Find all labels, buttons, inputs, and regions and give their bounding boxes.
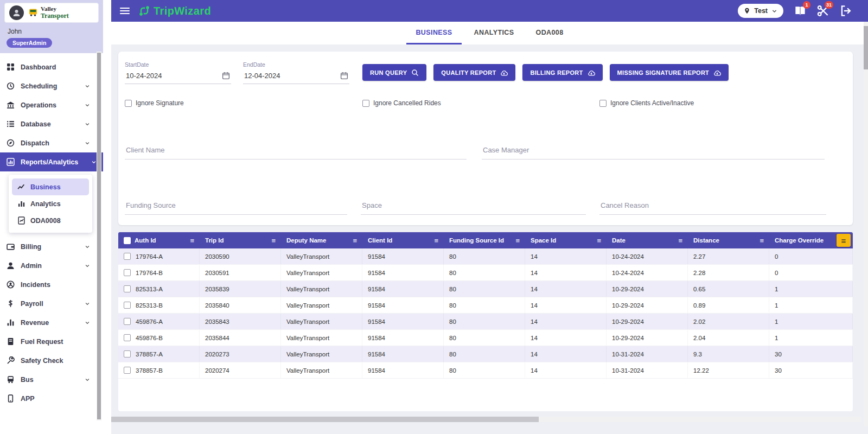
row-checkbox[interactable] bbox=[124, 285, 131, 292]
column-drag-icon[interactable]: ≡ bbox=[190, 237, 194, 245]
column-drag-icon[interactable]: ≡ bbox=[271, 237, 276, 245]
submenu-item-business[interactable]: Business bbox=[12, 178, 89, 195]
column-drag-icon[interactable]: ≡ bbox=[434, 237, 438, 245]
sidebar-item-label: Payroll bbox=[21, 300, 79, 308]
column-header-space-id[interactable]: Space Id≡ bbox=[525, 232, 607, 248]
cell-space-id: 14 bbox=[525, 330, 607, 346]
client-name-input[interactable]: Client Name bbox=[125, 145, 467, 159]
column-drag-icon[interactable]: ≡ bbox=[678, 237, 682, 245]
column-drag-icon[interactable]: ≡ bbox=[515, 237, 520, 245]
environment-select[interactable]: Test bbox=[738, 4, 783, 18]
sidebar-item-payroll[interactable]: Payroll bbox=[0, 294, 97, 313]
submenu-item-oda0008[interactable]: ODA0008 bbox=[12, 212, 89, 229]
hamburger-menu-icon[interactable] bbox=[120, 7, 130, 15]
sidebar-item-fuel-request[interactable]: Fuel Request bbox=[0, 332, 97, 351]
sidebar-item-admin[interactable]: Admin bbox=[0, 256, 97, 275]
funding-source-select[interactable]: Funding Source bbox=[125, 200, 347, 215]
column-drag-icon[interactable]: ≡ bbox=[597, 237, 601, 245]
ignore-clients-checkbox[interactable] bbox=[599, 100, 607, 107]
cell-charge-override: 30 bbox=[769, 362, 853, 378]
billing-report-button[interactable]: BILLING REPORT bbox=[522, 64, 602, 81]
reports-book-icon[interactable]: 1 bbox=[794, 5, 806, 17]
person-circle-icon bbox=[7, 280, 15, 289]
tab-analytics[interactable]: ANALYTICS bbox=[465, 22, 524, 44]
calendar-icon[interactable] bbox=[222, 72, 230, 80]
sidebar-item-dispatch[interactable]: Dispatch bbox=[0, 133, 97, 152]
submenu-item-label: Business bbox=[30, 183, 61, 191]
ignore-signature-checkbox[interactable] bbox=[125, 100, 132, 107]
column-drag-icon[interactable]: ≡ bbox=[760, 237, 764, 245]
company-name-line2: Transport bbox=[41, 12, 69, 20]
sidebar-item-incidents[interactable]: Incidents bbox=[0, 275, 97, 294]
row-checkbox[interactable] bbox=[124, 269, 131, 276]
sidebar-item-operations[interactable]: Operations bbox=[0, 95, 97, 114]
sidebar-item-scheduling[interactable]: Scheduling bbox=[0, 76, 97, 95]
row-checkbox[interactable] bbox=[124, 367, 131, 374]
select-all-checkbox[interactable] bbox=[124, 237, 131, 244]
submenu-item-analytics[interactable]: Analytics bbox=[12, 195, 89, 212]
horizontal-scrollbar-thumb[interactable] bbox=[111, 417, 539, 422]
run-query-button[interactable]: RUN QUERY bbox=[362, 64, 426, 81]
cell-trip-id: 2035844 bbox=[200, 330, 281, 346]
vertical-scrollbar-thumb[interactable] bbox=[864, 26, 868, 69]
sidebar-item-safety-check[interactable]: Safety Check bbox=[0, 351, 97, 370]
sidebar-item-dashboard[interactable]: Dashboard bbox=[0, 58, 97, 76]
table-row[interactable]: 179764-B2030591ValleyTransport9158480141… bbox=[118, 265, 853, 281]
column-drag-icon[interactable]: ≡ bbox=[353, 237, 357, 245]
bus-icon bbox=[7, 375, 15, 384]
calendar-icon[interactable] bbox=[340, 72, 348, 80]
table-row[interactable]: 459876-B2035844ValleyTransport9158480141… bbox=[118, 330, 853, 346]
content: StartDate 10-24-2024 EndDate 12-04-2024 bbox=[111, 44, 868, 434]
cell-deputy-name: ValleyTransport bbox=[281, 281, 362, 297]
ignore-cancelled-rides-checkbox[interactable] bbox=[362, 100, 369, 107]
table-row[interactable]: 459876-A2035843ValleyTransport9158480141… bbox=[118, 314, 853, 330]
end-date-field[interactable]: EndDate 12-04-2024 bbox=[243, 61, 349, 84]
table-body: 179764-A2030590ValleyTransport9158480141… bbox=[118, 248, 853, 379]
tab-business[interactable]: BUSINESS bbox=[406, 22, 461, 44]
case-manager-input[interactable]: Case Manager bbox=[482, 145, 825, 159]
column-header-funding-source-id[interactable]: Funding Source Id≡ bbox=[444, 232, 525, 248]
table-row[interactable]: 825313-B2035840ValleyTransport9158480141… bbox=[118, 297, 853, 314]
wallet-icon bbox=[7, 242, 15, 251]
end-date-value[interactable]: 12-04-2024 bbox=[244, 72, 340, 80]
table-row[interactable]: 825313-A2035839ValleyTransport9158480141… bbox=[118, 281, 853, 297]
sidebar-item-billing[interactable]: Billing bbox=[0, 237, 97, 256]
column-header-deputy-name[interactable]: Deputy Name≡ bbox=[281, 232, 362, 248]
avatar[interactable] bbox=[9, 5, 24, 20]
column-header-auth-id[interactable]: Auth Id≡ bbox=[118, 232, 200, 248]
sidebar-item-app[interactable]: APP bbox=[0, 389, 97, 408]
missing-signature-report-button[interactable]: MISSING SIGNATURE REPORT bbox=[610, 64, 729, 81]
scissors-icon[interactable]: 31 bbox=[817, 5, 829, 17]
horizontal-scrollbar[interactable] bbox=[111, 417, 861, 422]
start-date-field[interactable]: StartDate 10-24-2024 bbox=[125, 61, 231, 84]
sidebar-scrollbar[interactable] bbox=[97, 52, 101, 420]
sidebar-item-bus[interactable]: Bus bbox=[0, 370, 97, 389]
table-row[interactable]: 378857-B2020274ValleyTransport9158480141… bbox=[118, 362, 853, 379]
column-header-trip-id[interactable]: Trip Id≡ bbox=[200, 232, 281, 248]
sidebar-item-revenue[interactable]: Revenue bbox=[0, 313, 97, 332]
space-select[interactable]: Space bbox=[361, 200, 586, 215]
column-header-date[interactable]: Date≡ bbox=[607, 232, 688, 248]
sidebar: Valley Transport John SuperAdmin Dashboa… bbox=[0, 0, 111, 434]
cancel-reason-select[interactable]: Cancel Reason bbox=[599, 200, 826, 215]
tab-oda008[interactable]: ODA008 bbox=[527, 22, 573, 44]
column-header-distance[interactable]: Distance≡ bbox=[688, 232, 769, 248]
row-checkbox[interactable] bbox=[124, 350, 131, 358]
sidebar-item-reports-analytics[interactable]: Reports/Analytics bbox=[0, 152, 103, 171]
quality-report-button[interactable]: QUALITY REPORT bbox=[433, 64, 515, 81]
sidebar-item-database[interactable]: Database bbox=[0, 114, 97, 133]
cell-client-id: 91584 bbox=[362, 297, 444, 313]
row-checkbox[interactable] bbox=[124, 253, 131, 260]
table-row[interactable]: 179764-A2030590ValleyTransport9158480141… bbox=[118, 248, 853, 265]
row-checkbox[interactable] bbox=[124, 318, 131, 325]
row-checkbox[interactable] bbox=[124, 334, 131, 341]
row-checkbox[interactable] bbox=[124, 302, 131, 309]
vertical-scrollbar[interactable] bbox=[864, 22, 868, 426]
start-date-value[interactable]: 10-24-2024 bbox=[126, 72, 222, 80]
column-label: Auth Id bbox=[135, 237, 156, 244]
column-settings-button[interactable]: ≡ bbox=[837, 234, 851, 247]
sidebar-scrollbar-thumb[interactable] bbox=[97, 53, 101, 419]
table-row[interactable]: 378857-A2020273ValleyTransport9158480141… bbox=[118, 346, 853, 362]
logout-icon[interactable] bbox=[840, 5, 852, 17]
column-header-client-id[interactable]: Client Id≡ bbox=[362, 232, 444, 248]
